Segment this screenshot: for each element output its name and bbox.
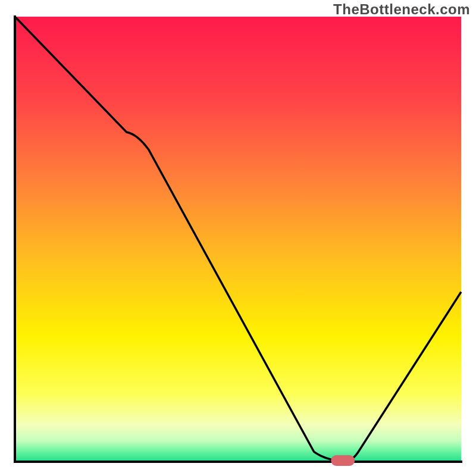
optimal-point-marker (331, 455, 355, 466)
plot-background (15, 17, 461, 461)
bottleneck-chart (0, 0, 476, 476)
watermark-text: TheBottleneck.com (333, 1, 470, 18)
